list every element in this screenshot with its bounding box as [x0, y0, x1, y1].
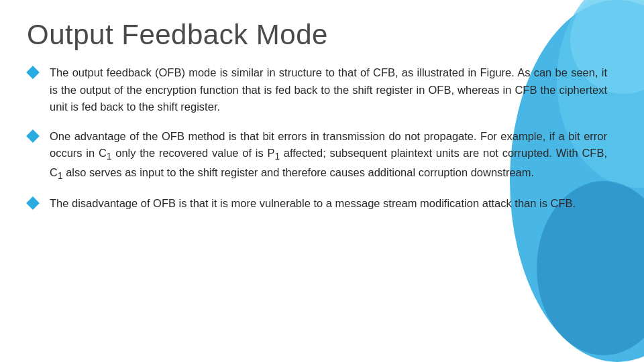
- bullet-text-2: One advantage of the OFB method is that …: [50, 128, 607, 184]
- bullet-text-3: The disadvantage of OFB is that it is mo…: [50, 195, 607, 213]
- bullet-item-3: The disadvantage of OFB is that it is mo…: [27, 195, 607, 213]
- bullet-text-1: The output feedback (OFB) mode is simila…: [50, 64, 607, 116]
- slide-title: Output Feedback Mode: [27, 19, 617, 51]
- content-section: The output feedback (OFB) mode is simila…: [0, 58, 644, 231]
- title-section: Output Feedback Mode: [0, 0, 644, 58]
- slide-container: Output Feedback Mode The output feedback…: [0, 0, 644, 362]
- bullet-diamond-1: [26, 66, 40, 79]
- bullet-diamond-2: [26, 129, 40, 143]
- bullet-item-1: The output feedback (OFB) mode is simila…: [27, 64, 607, 116]
- bullet-item-2: One advantage of the OFB method is that …: [27, 128, 607, 184]
- bullet-diamond-3: [26, 197, 40, 210]
